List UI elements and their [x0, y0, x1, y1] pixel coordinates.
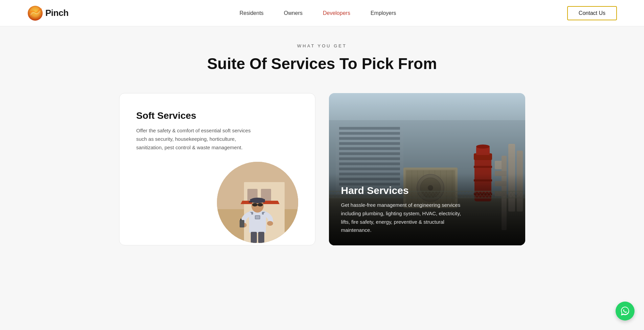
svg-rect-12	[249, 201, 252, 202]
svg-point-17	[267, 221, 273, 226]
services-cards: Soft Services Offer the safety & comfort…	[85, 93, 559, 245]
svg-point-13	[252, 203, 258, 206]
nav-employers[interactable]: Employers	[371, 10, 396, 16]
hard-services-card: Hard Services Get hassle-free management…	[329, 93, 525, 245]
hard-card-title: Hard Services	[341, 185, 513, 196]
svg-rect-22	[251, 232, 257, 243]
header: Pinch Residents Owners Developers Employ…	[0, 0, 644, 26]
whatsapp-button[interactable]	[616, 302, 635, 321]
nav-residents[interactable]: Residents	[240, 10, 264, 16]
soft-card-description: Offer the safety & comfort of essential …	[136, 127, 251, 152]
logo-text: Pinch	[45, 8, 68, 18]
soft-card-image	[217, 162, 298, 243]
main-nav: Residents Owners Developers Employers	[240, 10, 396, 16]
soft-card-title: Soft Services	[136, 110, 298, 121]
main-content: WHAT YOU GET Suite Of Services To Pick F…	[0, 26, 644, 245]
guard-illustration	[217, 162, 298, 243]
svg-rect-19	[240, 219, 242, 221]
svg-rect-18	[240, 220, 244, 227]
svg-rect-21	[256, 216, 260, 219]
logo-icon	[27, 5, 43, 21]
section-title: Suite Of Services To Pick From	[207, 54, 437, 73]
svg-rect-23	[258, 232, 264, 243]
section-eyebrow: WHAT YOU GET	[297, 43, 347, 48]
svg-rect-11	[250, 199, 265, 202]
svg-point-14	[258, 203, 263, 206]
logo[interactable]: Pinch	[27, 5, 68, 21]
nav-developers[interactable]: Developers	[323, 10, 350, 16]
soft-services-card: Soft Services Offer the safety & comfort…	[119, 93, 315, 245]
nav-owners[interactable]: Owners	[284, 10, 303, 16]
hard-card-description: Get hassle-free management of engineerin…	[341, 201, 470, 235]
whatsapp-icon	[620, 306, 630, 316]
contact-button[interactable]: Contact Us	[567, 6, 617, 20]
hard-card-overlay: Hard Services Get hassle-free management…	[329, 174, 525, 245]
